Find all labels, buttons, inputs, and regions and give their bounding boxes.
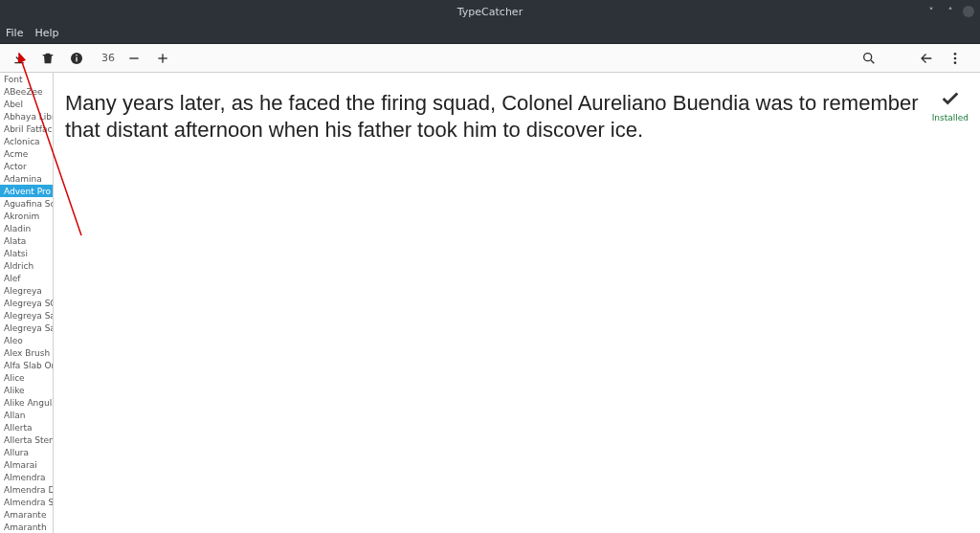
font-list-item[interactable]: Allerta [0,421,53,433]
font-list-item[interactable]: Font [0,73,53,85]
font-list-item[interactable]: Alex Brush [0,346,53,359]
window-controls: ˅ ˄ [924,0,974,23]
font-list-item[interactable]: Alegreya Sans [0,309,53,322]
font-list-item[interactable]: Alegreya [0,284,53,297]
plus-icon [155,51,170,66]
window-titlebar: TypeCatcher ˅ ˄ [0,0,980,23]
info-icon [69,51,84,66]
font-list-item[interactable]: Abhaya Libre [0,110,53,122]
toolbar: 36 [0,44,980,73]
info-button[interactable] [65,47,88,70]
svg-point-8 [954,53,957,56]
svg-point-6 [864,53,872,60]
maximize-icon[interactable]: ˄ [944,5,957,18]
back-icon [919,51,934,66]
font-list-item[interactable]: Allerta Stencil [0,433,53,446]
minus-icon [126,51,142,66]
download-button[interactable] [8,47,31,70]
check-icon [940,88,961,109]
font-list-item[interactable]: Aleo [0,334,53,346]
more-vertical-icon [947,51,963,66]
font-list-item[interactable]: Allan [0,409,53,421]
font-list-item[interactable]: Amarante [0,508,53,521]
increase-size-button[interactable] [151,47,174,70]
minimize-icon[interactable]: ˅ [924,5,938,18]
search-icon [861,51,877,66]
back-button[interactable] [915,47,938,70]
font-list-item[interactable]: Alegreya SC [0,297,53,309]
font-list-item[interactable]: Acme [0,147,53,160]
font-list-item[interactable]: Alice [0,371,53,384]
font-list-item[interactable]: Allura [0,446,53,458]
window-title: TypeCatcher [457,6,523,18]
svg-rect-5 [162,54,163,62]
svg-line-7 [871,60,874,63]
font-list-item[interactable]: Abel [0,98,53,110]
preview-area: Many years later, as he faced the firing… [54,73,980,533]
font-list-item[interactable]: Almendra SC [0,496,53,508]
font-list-item[interactable]: Almendra [0,471,53,483]
search-button[interactable] [858,47,880,70]
svg-rect-1 [76,56,77,61]
menu-help[interactable]: Help [34,27,58,39]
menu-file[interactable]: File [6,27,23,39]
svg-point-10 [954,61,957,64]
font-list-item[interactable]: Almarai [0,458,53,471]
main-body: FontABeeZeeAbelAbhaya LibreAbril Fatface… [0,73,980,533]
font-list-item[interactable]: Alatsi [0,247,53,259]
trash-icon [40,51,56,66]
font-list-sidebar[interactable]: FontABeeZeeAbelAbhaya LibreAbril Fatface… [0,73,54,533]
decrease-size-button[interactable] [122,47,145,70]
font-list-item[interactable]: Alata [0,234,53,247]
close-icon[interactable] [963,6,974,17]
font-list-item[interactable]: Alfa Slab One [0,359,53,371]
font-list-item[interactable]: Aclonica [0,135,53,147]
menubar: File Help [0,23,980,44]
more-button[interactable] [944,47,967,70]
font-list-item[interactable]: Actor [0,160,53,172]
font-list-item[interactable]: Alegreya Sans SC [0,322,53,334]
font-list-item[interactable]: Alef [0,272,53,284]
font-list-item[interactable]: Almendra Display [0,483,53,496]
font-size-value: 36 [100,52,117,64]
font-list-item[interactable]: Aladin [0,222,53,234]
download-icon [11,51,27,66]
svg-point-9 [954,56,957,59]
font-list-item[interactable]: Akronim [0,210,53,222]
install-indicator: Installed [932,88,969,122]
svg-rect-3 [129,57,138,58]
font-list-item[interactable]: Alike Angular [0,396,53,409]
font-list-item[interactable]: Amaranth [0,521,53,533]
font-list-item[interactable]: ABeeZee [0,85,53,98]
font-list-item[interactable]: Alike [0,384,53,396]
font-list-item[interactable]: Aguafina Script [0,197,53,210]
preview-text: Many years later, as he faced the firing… [65,90,923,143]
font-list-item[interactable]: Abril Fatface [0,122,53,135]
delete-button[interactable] [36,47,59,70]
font-list-item[interactable]: Adamina [0,172,53,185]
install-status-label: Installed [932,113,969,122]
font-list-item[interactable]: Advent Pro [0,185,53,197]
font-list-item[interactable]: Aldrich [0,259,53,272]
svg-rect-2 [76,55,77,56]
